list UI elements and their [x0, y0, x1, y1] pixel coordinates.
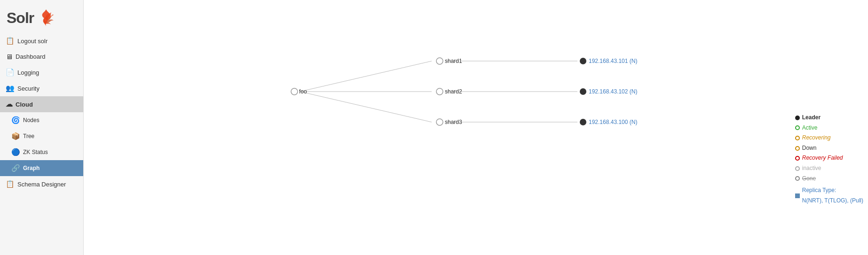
sidebar-item-logging-label: Logging [17, 69, 39, 76]
legend-gone: Gone [795, 174, 863, 184]
sidebar-item-tree[interactable]: 📦 Tree [0, 128, 83, 144]
legend-label-leader: Leader [802, 113, 821, 123]
sidebar-item-graph-label: Graph [23, 165, 39, 171]
leader-node-2 [580, 88, 586, 95]
main-content: foo shard1 shard2 shard3 192.168.43.101 … [84, 0, 868, 255]
solr-logo-text: Solr [7, 9, 34, 27]
graph-svg: foo shard1 shard2 shard3 192.168.43.101 … [84, 0, 868, 255]
legend-replica-type: Replica Type: N(NRT), T(TLOG), (Pull) [795, 185, 863, 206]
legend-label-recovering: Recovering [802, 133, 831, 143]
legend-label-inactive: inactive [802, 163, 821, 174]
sidebar-item-schema-designer[interactable]: 📋 Schema Designer [0, 176, 83, 192]
legend-label-gone: Gone [802, 174, 816, 184]
sidebar-item-security-label: Security [17, 85, 39, 92]
legend-leader: Leader [795, 113, 863, 123]
logging-icon: 📄 [6, 68, 15, 77]
logo-area: Solr [0, 0, 83, 33]
legend-square-replica-type [795, 193, 800, 198]
shard-label-3: shard3 [445, 119, 462, 125]
legend-label-recovery-failed: Recovery Failed [802, 153, 843, 163]
legend-down: Down [795, 143, 863, 154]
legend-label-active: Active [802, 123, 818, 133]
sidebar-item-logging[interactable]: 📄 Logging [0, 64, 83, 80]
dashboard-icon: 🖥 [6, 53, 13, 61]
sidebar-item-tree-label: Tree [23, 133, 34, 139]
collection-label-foo: foo [299, 88, 307, 95]
nodes-icon: 🌀 [11, 116, 20, 124]
sidebar-item-graph[interactable]: 🔗 Graph [0, 160, 83, 176]
legend-replica-type-header: Replica Type: [802, 187, 836, 193]
legend-dot-gone [795, 176, 800, 181]
legend-dot-inactive [795, 166, 800, 171]
tree-icon: 📦 [11, 132, 20, 140]
legend-dot-down [795, 146, 800, 151]
legend-active: Active [795, 123, 863, 133]
sidebar-item-security[interactable]: 👥 Security [0, 80, 83, 96]
legend-recovering: Recovering [795, 133, 863, 143]
sidebar-item-logout[interactable]: 📋 Logout solr [0, 33, 83, 49]
sidebar-item-logout-label: Logout solr [17, 38, 47, 45]
collection-node-foo [291, 88, 298, 95]
sidebar-item-schema-designer-label: Schema Designer [17, 181, 66, 188]
legend-replica-type-values: N(NRT), T(TLOG), (Pull) [802, 197, 863, 204]
legend-dot-recovering [795, 136, 800, 140]
sidebar-item-zk-status[interactable]: 🔵 ZK Status [0, 144, 83, 160]
legend-dot-recovery-failed [795, 156, 800, 161]
leader-node-1 [580, 58, 586, 64]
sidebar-item-cloud-label: Cloud [16, 101, 33, 108]
solr-logo-icon [36, 8, 56, 28]
zk-status-icon: 🔵 [11, 148, 20, 156]
sidebar-item-dashboard[interactable]: 🖥 Dashboard [0, 49, 83, 64]
legend-recovery-failed: Recovery Failed [795, 153, 863, 163]
cloud-icon: ☁ [6, 100, 13, 108]
shard-node-2 [436, 88, 443, 95]
shard-label-2: shard2 [445, 88, 462, 95]
sidebar-item-cloud[interactable]: ☁ Cloud [0, 96, 83, 112]
leader-label-2[interactable]: 192.168.43.102 (N) [589, 88, 637, 95]
legend-inactive: inactive [795, 163, 863, 174]
security-icon: 👥 [6, 84, 15, 93]
shard-node-1 [436, 58, 443, 64]
shard-label-1: shard1 [445, 58, 462, 64]
sidebar-item-dashboard-label: Dashboard [16, 53, 46, 60]
shard-node-3 [436, 119, 443, 125]
sidebar-item-nodes[interactable]: 🌀 Nodes [0, 112, 83, 128]
legend-dot-active [795, 125, 800, 130]
legend-dot-leader [795, 116, 800, 120]
schema-designer-icon: 📋 [6, 180, 15, 188]
leader-node-3 [580, 119, 586, 125]
logout-icon: 📋 [6, 37, 15, 45]
edge-foo-shard3 [300, 92, 432, 122]
sidebar: Solr 📋 Logout solr 🖥 Dashboard 📄 Logging… [0, 0, 84, 255]
edge-foo-shard1 [300, 61, 432, 92]
sidebar-item-nodes-label: Nodes [23, 117, 39, 124]
legend-label-replica-type: Replica Type: N(NRT), T(TLOG), (Pull) [802, 185, 863, 206]
legend: Leader Active Recovering Down Recovery F… [795, 113, 863, 206]
legend-label-down: Down [802, 143, 817, 154]
graph-icon: 🔗 [11, 164, 20, 172]
leader-label-3[interactable]: 192.168.43.100 (N) [589, 119, 637, 125]
sidebar-item-zk-status-label: ZK Status [23, 149, 48, 155]
leader-label-1[interactable]: 192.168.43.101 (N) [589, 58, 637, 64]
